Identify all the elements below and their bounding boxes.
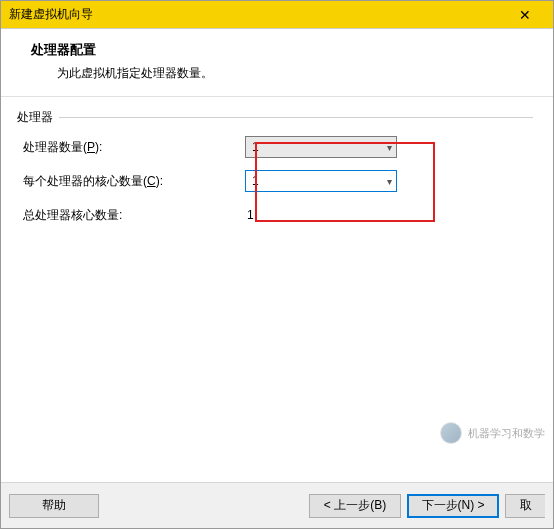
- wizard-header: 处理器配置 为此虚拟机指定处理器数量。: [1, 29, 553, 97]
- close-button[interactable]: ✕: [505, 2, 545, 28]
- watermark: 机器学习和数学: [440, 422, 545, 444]
- wizard-window: 新建虚拟机向导 ✕ 处理器配置 为此虚拟机指定处理器数量。 处理器 处理器数量(…: [0, 0, 554, 529]
- row-cores-per-processor: 每个处理器的核心数量(C): 1 ▾: [17, 164, 533, 198]
- watermark-text: 机器学习和数学: [468, 426, 545, 441]
- cancel-button[interactable]: 取: [505, 494, 545, 518]
- next-button[interactable]: 下一步(N) >: [407, 494, 499, 518]
- group-label: 处理器: [17, 109, 59, 126]
- titlebar: 新建虚拟机向导 ✕: [1, 1, 553, 29]
- window-title: 新建虚拟机向导: [9, 6, 93, 23]
- page-subtitle: 为此虚拟机指定处理器数量。: [31, 65, 531, 82]
- help-button[interactable]: 帮助: [9, 494, 99, 518]
- watermark-avatar-icon: [440, 422, 462, 444]
- dropdown-value: 1: [252, 174, 259, 188]
- close-icon: ✕: [519, 7, 531, 23]
- chevron-down-icon: ▾: [387, 142, 392, 153]
- dropdown-value: 1: [252, 140, 259, 154]
- dropdown-cores-per-processor[interactable]: 1 ▾: [245, 170, 397, 192]
- value-total-cores: 1: [245, 208, 254, 222]
- row-total-cores: 总处理器核心数量: 1: [17, 198, 533, 232]
- processor-group: 处理器 处理器数量(P): 1 ▾ 每个处理器的核心数量(C): 1 ▾: [17, 117, 533, 232]
- label-total-cores: 总处理器核心数量:: [17, 207, 245, 224]
- dropdown-processor-count[interactable]: 1 ▾: [245, 136, 397, 158]
- back-button[interactable]: < 上一步(B): [309, 494, 401, 518]
- label-processor-count: 处理器数量(P):: [17, 139, 245, 156]
- chevron-down-icon: ▾: [387, 176, 392, 187]
- wizard-footer: 帮助 < 上一步(B) 下一步(N) > 取: [1, 482, 553, 528]
- label-cores-per-processor: 每个处理器的核心数量(C):: [17, 173, 245, 190]
- page-title: 处理器配置: [31, 41, 531, 59]
- row-processor-count: 处理器数量(P): 1 ▾: [17, 130, 533, 164]
- content-area: 处理器 处理器数量(P): 1 ▾ 每个处理器的核心数量(C): 1 ▾: [1, 97, 553, 482]
